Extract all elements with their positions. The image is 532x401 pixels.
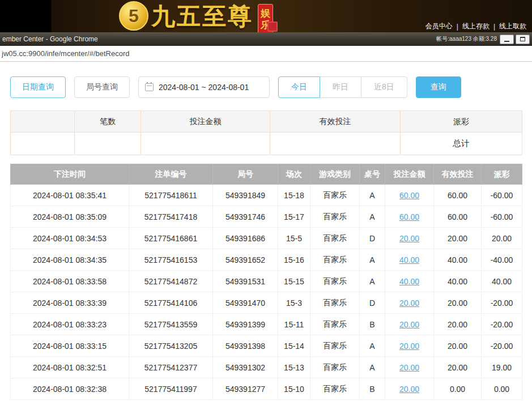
bet-amount-cell: 60.00 (385, 185, 434, 206)
game-type-cell: 百家乐 (310, 292, 360, 314)
record-row: 2024-08-01 08:33:23 521775413559 5493913… (11, 314, 522, 335)
game-type-cell: 百家乐 (310, 314, 360, 335)
summary-header-row: 笔数投注金额有效投注派彩 (11, 111, 522, 133)
bet-amount-link[interactable]: 20.00 (399, 298, 419, 308)
site-logo: 5 九五至尊 娱乐 (119, 1, 273, 35)
quick-date-button[interactable]: 近8日 (361, 76, 407, 98)
bet-amount-link[interactable]: 20.00 (399, 342, 419, 351)
game-type-cell: 百家乐 (310, 249, 360, 271)
bet-time-cell: 2024-08-01 08:35:41 (11, 185, 129, 206)
bet-amount-cell: 20.00 (385, 357, 434, 378)
bet-time-cell: 2024-08-01 08:33:39 (11, 292, 129, 314)
window-controls (500, 35, 530, 44)
round-query-tab[interactable]: 局号查询 (74, 76, 130, 98)
summary-bet-amount-cell (75, 133, 141, 155)
url-bar[interactable]: jw05.cc:9900/infe/mcenter/#/betRecord (0, 46, 532, 62)
filter-toolbar: 日期查询 局号查询 2024-08-01 ~ 2024-08-01 今日昨日近8… (10, 76, 522, 98)
url-text: jw05.cc:9900/infe/mcenter/#/betRecord (2, 49, 129, 58)
record-row: 2024-08-01 08:32:51 521775412377 5493913… (11, 357, 522, 378)
date-range-input[interactable]: 2024-08-01 ~ 2024-08-01 (138, 76, 270, 98)
bet-amount-link[interactable]: 20.00 (399, 234, 419, 243)
quick-date-button[interactable]: 昨日 (320, 76, 361, 98)
valid-bet-cell: 20.00 (434, 357, 482, 378)
round-id-cell: 549391531 (213, 271, 278, 292)
bet-time-cell: 2024-08-01 08:35:09 (11, 206, 129, 228)
search-button[interactable]: 查询 (416, 76, 461, 98)
bet-amount-cell: 20.00 (385, 228, 434, 249)
payout-cell: 0.00 (482, 378, 522, 400)
valid-bet-cell: 40.00 (434, 249, 482, 271)
session-cell: 15-3 (278, 292, 310, 314)
round-id-cell: 549391470 (213, 292, 278, 314)
bet-amount-cell: 60.00 (385, 206, 434, 228)
order-id-cell: 521775414106 (129, 292, 213, 314)
summary-valid-bet-cell (141, 133, 270, 155)
order-id-cell: 521775417418 (129, 206, 213, 228)
date-range-value: 2024-08-01 ~ 2024-08-01 (159, 83, 249, 92)
header-nav-item: | 线上存款 (453, 22, 490, 31)
game-type-cell: 百家乐 (310, 271, 360, 292)
site-header: 5 九五至尊 娱乐 | 会员中心 | 线上存款 | 线上取款 (0, 0, 532, 32)
screen: 5 九五至尊 娱乐 | 会员中心 | 线上存款 | 线上取款 ember Cen… (0, 0, 532, 401)
payout-cell: -20.00 (482, 335, 522, 357)
order-id-cell: 521775414872 (129, 271, 213, 292)
payout-cell: -60.00 (482, 206, 522, 228)
account-info: 帐号:aaaa123 余额:3.28 (436, 35, 497, 43)
bet-amount-link[interactable]: 40.00 (399, 277, 419, 286)
game-type-cell: 百家乐 (310, 185, 360, 206)
summary-column-header: 投注金额 (141, 111, 270, 133)
bet-time-cell: 2024-08-01 08:32:51 (11, 357, 129, 378)
table-id-cell: A (360, 335, 385, 357)
valid-bet-cell: 20.00 (434, 228, 482, 249)
game-type-cell: 百家乐 (310, 206, 360, 228)
window-titlebar[interactable]: ember Center - Google Chrome 帐号:aaaa123 … (0, 32, 532, 46)
bet-amount-link[interactable]: 40.00 (399, 255, 419, 265)
bet-amount-link[interactable]: 20.00 (399, 385, 419, 394)
record-row: 2024-08-01 08:33:58 521775414872 5493915… (11, 271, 522, 292)
bet-amount-link[interactable]: 20.00 (399, 320, 419, 329)
session-cell: 15-10 (278, 378, 310, 400)
table-id-cell: A (360, 357, 385, 378)
round-id-cell: 549391686 (213, 228, 278, 249)
round-id-cell: 549391398 (213, 335, 278, 357)
bet-amount-link[interactable]: 60.00 (399, 212, 419, 221)
order-id-cell: 521775418611 (129, 185, 213, 206)
round-id-cell: 549391302 (213, 357, 278, 378)
logo-seal-icon (267, 22, 278, 32)
session-cell: 15-11 (278, 314, 310, 335)
bet-time-cell: 2024-08-01 08:32:38 (11, 378, 129, 400)
bet-amount-link[interactable]: 20.00 (399, 363, 419, 372)
minimize-button[interactable] (500, 35, 514, 44)
session-cell: 15-16 (278, 249, 310, 271)
header-nav-link[interactable]: 会员中心 (425, 22, 453, 31)
valid-bet-cell: 20.00 (434, 292, 482, 314)
records-column-header: 派彩 (482, 164, 522, 185)
table-id-cell: B (360, 314, 385, 335)
header-nav-link[interactable]: 线上取款 (499, 22, 526, 31)
game-type-cell: 百家乐 (310, 335, 360, 357)
summary-column-header: 笔数 (75, 111, 141, 133)
record-row: 2024-08-01 08:35:41 521775418611 5493918… (11, 185, 522, 206)
maximize-button[interactable] (516, 35, 530, 44)
record-row: 2024-08-01 08:34:53 521775416861 5493916… (11, 228, 522, 249)
payout-cell: 19.00 (482, 357, 522, 378)
minimize-icon (504, 41, 509, 42)
records-column-header: 下注时间 (11, 164, 129, 185)
summary-total-row: 总计 (11, 133, 522, 155)
session-cell: 15-14 (278, 335, 310, 357)
order-id-cell: 521775413205 (129, 335, 213, 357)
quick-date-button[interactable]: 今日 (278, 76, 320, 98)
valid-bet-cell: 60.00 (434, 185, 482, 206)
payout-cell: -20.00 (482, 292, 522, 314)
badge-char: 娱 (261, 7, 270, 19)
bet-time-cell: 2024-08-01 08:34:35 (11, 249, 129, 271)
game-type-cell: 百家乐 (310, 357, 360, 378)
valid-bet-cell: 40.00 (434, 271, 482, 292)
table-id-cell: A (360, 249, 385, 271)
date-query-tab[interactable]: 日期查询 (10, 76, 66, 98)
record-row: 2024-08-01 08:33:39 521775414106 5493914… (11, 292, 522, 314)
window-title: ember Center - Google Chrome (2, 35, 98, 43)
header-nav-link[interactable]: 线上存款 (462, 22, 490, 31)
bet-amount-link[interactable]: 60.00 (399, 191, 419, 200)
order-id-cell: 521775416861 (129, 228, 213, 249)
